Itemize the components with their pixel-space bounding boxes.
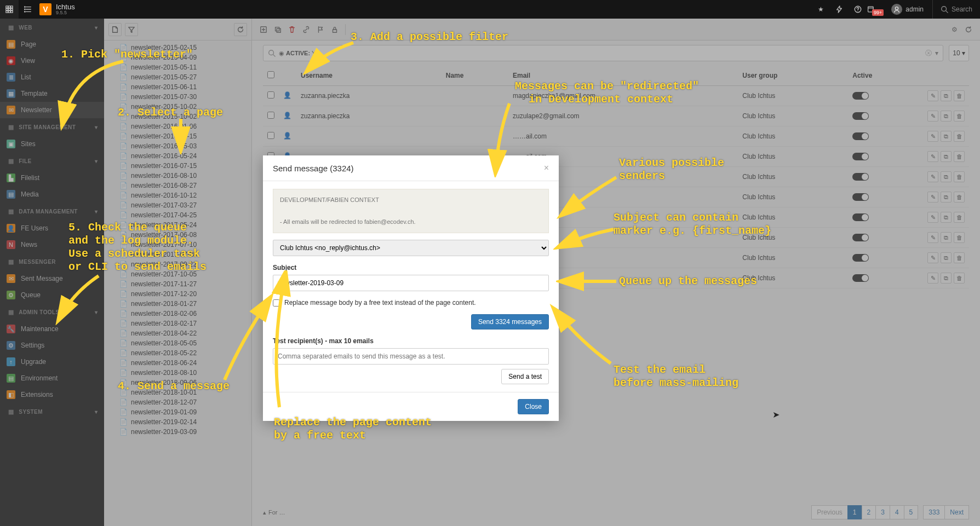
svg-rect-7	[8, 11, 10, 13]
svg-rect-4	[8, 8, 10, 10]
list-icon[interactable]	[19, 0, 37, 19]
modal-title: Send message (3324)	[273, 164, 354, 173]
replace-body-label: Replace message body by a free text inst…	[284, 299, 476, 307]
svg-point-10	[25, 9, 25, 9]
global-search[interactable]: Search	[932, 0, 980, 19]
svg-point-9	[25, 7, 25, 7]
app-logo[interactable]: V Ichtus 9.5.5	[37, 3, 81, 15]
typo3-logo-icon: V	[39, 3, 51, 15]
app-version: 9.5.5	[56, 10, 75, 15]
svg-marker-12	[837, 6, 842, 13]
sender-select[interactable]: Club Ichtus <no_reply@ichtus.ch>	[273, 240, 549, 256]
search-icon	[941, 5, 948, 13]
avatar-icon	[891, 4, 902, 15]
send-test-button[interactable]: Send a test	[501, 369, 549, 384]
modal-close-icon[interactable]: ×	[544, 163, 549, 173]
search-placeholder: Search	[952, 5, 972, 13]
svg-point-11	[25, 11, 25, 12]
notifications-icon[interactable]: 99+	[867, 0, 886, 19]
user-menu[interactable]: admin	[886, 4, 929, 15]
send-messages-button[interactable]: Send 3324 messages	[471, 314, 549, 330]
svg-rect-6	[6, 11, 8, 13]
flash-icon[interactable]	[830, 0, 849, 19]
topbar: V Ichtus 9.5.5 ★ 99+ admin Search	[0, 0, 980, 19]
svg-rect-2	[11, 6, 13, 8]
subject-input[interactable]	[273, 275, 549, 291]
help-icon[interactable]	[849, 0, 867, 19]
grid-apps-icon[interactable]	[0, 0, 19, 19]
svg-rect-0	[6, 6, 8, 8]
send-message-modal: Send message (3324) × DEVELOPMENT/FABIEN…	[263, 155, 559, 421]
test-recipients-input[interactable]	[273, 348, 549, 365]
notifications-badge: 99+	[872, 9, 884, 16]
svg-point-14	[858, 11, 858, 11]
user-name: admin	[906, 5, 924, 13]
svg-rect-5	[11, 8, 13, 10]
replace-body-checkbox[interactable]	[273, 299, 280, 307]
subject-label: Subject	[273, 264, 549, 271]
svg-rect-1	[8, 6, 10, 8]
test-recipients-label: Test recipient(s) - max 10 emails	[273, 337, 549, 345]
svg-rect-8	[11, 11, 13, 13]
svg-rect-3	[6, 8, 8, 10]
devcontext-box: DEVELOPMENT/FABIEN CONTEXT - All emails …	[273, 189, 549, 233]
bookmark-icon[interactable]: ★	[811, 0, 830, 19]
close-button[interactable]: Close	[518, 399, 549, 414]
svg-point-16	[896, 7, 898, 10]
